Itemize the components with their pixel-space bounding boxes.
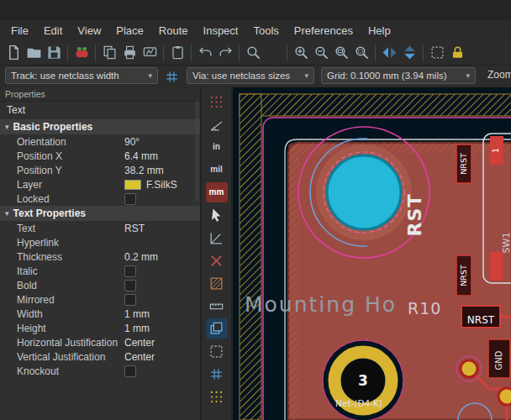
property-checkbox-knockout[interactable] [124, 365, 136, 377]
switch-pad-bottom[interactable] [490, 252, 503, 281]
pcb-canvas-svg[interactable]: RST Mounting Ho R10 1 SW1 NRST NRST NRST… [233, 87, 511, 420]
pad-display-toggle[interactable] [206, 318, 228, 339]
property-label: Locked [17, 193, 124, 205]
grid-size-dropdown[interactable]: Grid: 0.1000 mm (3.94 mils) ▾ [321, 67, 476, 84]
menu-place[interactable]: Place [108, 22, 151, 39]
undo-button[interactable] [195, 43, 215, 63]
menu-view[interactable]: View [70, 22, 108, 39]
group-button[interactable] [427, 43, 447, 63]
save-button[interactable] [44, 43, 64, 63]
print-button[interactable] [119, 43, 140, 63]
silkscreen-text-mounting[interactable]: Mounting Ho [245, 292, 397, 317]
property-checkbox-italic[interactable] [124, 265, 136, 277]
curved-ratsnest-toggle[interactable] [206, 250, 228, 270]
menu-preferences[interactable]: Preferences [287, 22, 361, 39]
units-mils-toggle[interactable]: mil [206, 160, 228, 180]
menu-file[interactable]: File [3, 22, 36, 39]
menu-tools[interactable]: Tools [245, 22, 286, 39]
polar-icon [208, 117, 224, 133]
mounting-hole-drill[interactable] [327, 155, 401, 229]
zone-display-toggle[interactable] [206, 296, 228, 316]
zoom-fit-button[interactable] [331, 43, 351, 63]
via-display-toggle[interactable] [206, 341, 228, 361]
property-value[interactable]: 0.2 mm [124, 251, 158, 263]
property-value[interactable]: 90° [124, 136, 140, 148]
properties-panel-header: Properties [0, 87, 200, 102]
properties-scrollbar[interactable] [195, 101, 199, 202]
via-1[interactable] [461, 360, 477, 377]
zoom-out-button[interactable] [311, 43, 331, 63]
paste-button[interactable] [167, 43, 187, 63]
via-size-dropdown[interactable]: Via: use netclass sizes ▾ [187, 67, 314, 84]
property-value[interactable]: 38.2 mm [124, 165, 164, 176]
menu-route[interactable]: Route [151, 22, 196, 39]
property-value[interactable]: Center [124, 337, 155, 349]
menu-help[interactable]: Help [361, 22, 398, 39]
units-mm-toggle[interactable]: mm [206, 182, 228, 202]
menu-inspect[interactable]: Inspect [196, 22, 246, 39]
property-label: Width [17, 308, 124, 320]
track-width-dropdown[interactable]: Track: use netclass width ▾ [5, 67, 158, 84]
section-header-text-properties[interactable]: ▾Text Properties [0, 206, 200, 221]
property-value[interactable]: 1 mm [124, 308, 150, 320]
print-icon [122, 45, 138, 60]
new-board-button[interactable] [3, 43, 24, 63]
mag-icon [245, 45, 261, 60]
property-value[interactable]: 6.4 mm [124, 150, 158, 162]
redo-button[interactable] [215, 43, 235, 63]
grid-visibility-toggle[interactable] [206, 92, 228, 112]
copy-button[interactable] [99, 43, 119, 63]
net-label-nrst-top: NRST [459, 153, 468, 175]
zoom-selection-button[interactable] [351, 43, 371, 63]
section-header-basic-properties[interactable]: ▾Basic Properties [0, 119, 200, 134]
ratsnest-visibility-toggle[interactable] [206, 228, 228, 248]
find-button[interactable] [243, 43, 263, 63]
flip-horizontal-button[interactable] [379, 43, 399, 63]
refresh-button[interactable] [263, 43, 283, 63]
reference-text-sw1[interactable]: SW1 [501, 233, 511, 254]
property-value[interactable]: RST [124, 223, 145, 234]
property-row-knockout: Knockout [0, 364, 200, 378]
lock-icon [450, 45, 466, 60]
layer-color-swatch[interactable] [124, 180, 141, 190]
property-value[interactable]: F.SilkS [124, 179, 177, 191]
property-label: Position X [17, 150, 124, 162]
open-board-button[interactable] [24, 43, 44, 63]
chevron-down-icon: ▾ [304, 71, 308, 80]
property-checkbox-locked[interactable] [124, 193, 136, 205]
lock-button[interactable] [447, 43, 467, 63]
auto-track-width-toggle[interactable] [161, 67, 182, 86]
flip-vertical-button[interactable] [399, 43, 419, 63]
property-checkbox-mirrored[interactable] [124, 294, 136, 306]
griddots-icon [208, 389, 224, 405]
toolbar-separator [423, 45, 424, 61]
property-row-position-y: Position Y38.2 mm [0, 163, 200, 177]
polar-coordinates-toggle[interactable] [206, 114, 228, 134]
property-label: Hyperlink [17, 237, 124, 249]
reference-text-r10[interactable]: R10 [408, 299, 441, 318]
silkscreen-text-rst[interactable]: RST [404, 194, 425, 237]
plot-icon [142, 45, 158, 60]
property-value[interactable]: Center [124, 351, 155, 363]
zoom-dropdown[interactable]: Zoom [487, 69, 511, 81]
via-2[interactable] [498, 388, 511, 405]
units-inches-toggle[interactable]: in [206, 137, 228, 157]
property-checkbox-bold[interactable] [124, 280, 136, 291]
menu-edit[interactable]: Edit [36, 22, 70, 39]
property-label: Horizontal Justification [17, 337, 124, 349]
plot-button[interactable] [140, 43, 160, 63]
net-highlight-toggle[interactable] [206, 273, 228, 293]
crosshair-cursor-toggle[interactable] [206, 205, 228, 225]
plugin-manager-button[interactable] [71, 43, 92, 63]
property-row-bold: Bold [0, 278, 200, 292]
property-label: Thickness [17, 251, 124, 263]
property-row-italic: Italic [0, 264, 200, 278]
property-row-layer: LayerF.SilkS [0, 177, 200, 192]
zoom-in-button[interactable] [291, 43, 311, 63]
track-display-toggle[interactable] [206, 364, 228, 384]
high-contrast-toggle[interactable] [206, 386, 228, 407]
property-label: Height [17, 323, 124, 334]
pcb-canvas[interactable]: RST Mounting Ho R10 1 SW1 NRST NRST NRST… [233, 87, 511, 420]
property-value[interactable]: 1 mm [124, 323, 150, 334]
undo-icon [198, 45, 213, 60]
